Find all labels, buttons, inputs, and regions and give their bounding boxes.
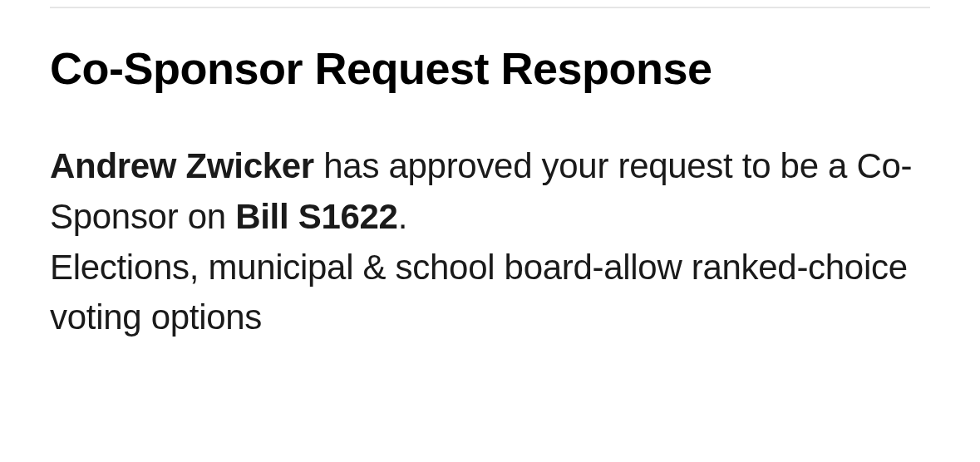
page-heading: Co-Sponsor Request Response xyxy=(50,42,930,96)
approver-name: Andrew Zwicker xyxy=(50,146,314,185)
bill-label: Bill S1622 xyxy=(235,197,397,236)
content-container: Co-Sponsor Request Response Andrew Zwick… xyxy=(0,42,980,343)
approval-message: Andrew Zwicker has approved your request… xyxy=(50,141,930,344)
top-divider xyxy=(50,7,930,8)
bill-description: Elections, municipal & school board-allo… xyxy=(50,248,908,337)
message-text-2: . xyxy=(398,197,407,236)
